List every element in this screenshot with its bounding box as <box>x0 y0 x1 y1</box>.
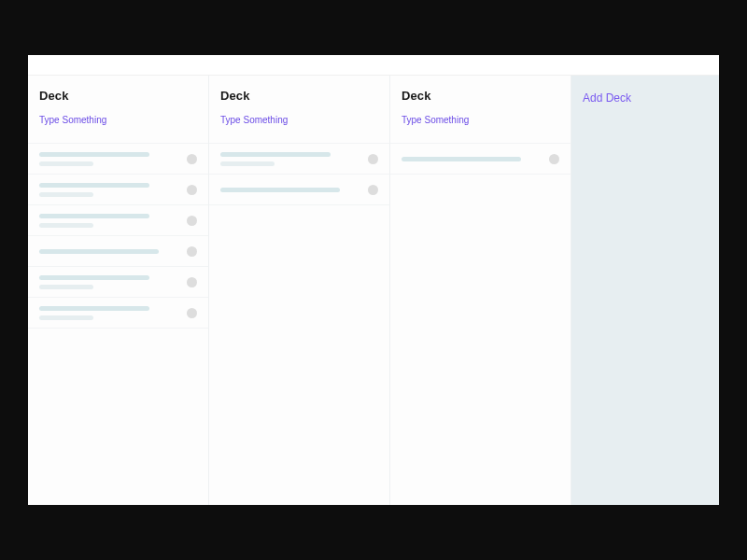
card-placeholder-text <box>39 183 179 197</box>
status-dot-icon <box>549 154 559 164</box>
placeholder-line <box>39 223 93 228</box>
card[interactable] <box>28 297 208 329</box>
new-card-input[interactable] <box>402 115 559 125</box>
status-dot-icon <box>187 185 197 195</box>
deck-column: Deck <box>209 76 390 505</box>
card-placeholder-text <box>39 152 179 166</box>
placeholder-line <box>220 161 275 166</box>
placeholder-line <box>402 157 521 161</box>
deck-title: Deck <box>39 89 197 103</box>
placeholder-line <box>39 183 149 188</box>
status-dot-icon <box>187 277 197 287</box>
card-placeholder-text <box>220 152 360 166</box>
deck-title: Deck <box>220 89 378 103</box>
placeholder-line <box>220 152 331 157</box>
card[interactable] <box>209 143 389 175</box>
placeholder-line <box>39 306 149 311</box>
card-list <box>390 144 571 175</box>
deck-header: Deck <box>390 76 571 110</box>
placeholder-line <box>39 285 93 289</box>
placeholder-line <box>39 275 149 280</box>
deck-title: Deck <box>402 89 559 103</box>
app-window: Deck <box>28 55 719 505</box>
placeholder-line <box>39 152 149 157</box>
card[interactable] <box>28 204 208 236</box>
card[interactable] <box>28 235 208 267</box>
titlebar <box>28 55 719 76</box>
deck-column: Deck <box>28 76 209 505</box>
card-placeholder-text <box>402 157 542 161</box>
card-list <box>28 144 208 329</box>
status-dot-icon <box>368 154 378 164</box>
add-deck-label: Add Deck <box>583 91 631 105</box>
card-placeholder-text <box>39 214 179 228</box>
placeholder-line <box>39 192 93 197</box>
status-dot-icon <box>187 246 197 257</box>
new-card-input[interactable] <box>39 115 197 125</box>
status-dot-icon <box>187 216 197 226</box>
placeholder-line <box>220 188 340 192</box>
status-dot-icon <box>187 308 197 318</box>
placeholder-line <box>39 315 93 320</box>
card-placeholder-text <box>39 249 179 254</box>
card[interactable] <box>28 266 208 298</box>
deck-header: Deck <box>209 76 389 110</box>
status-dot-icon <box>368 185 378 195</box>
card[interactable] <box>28 174 208 205</box>
deck-input-row <box>390 110 571 144</box>
placeholder-line <box>39 214 149 218</box>
card-placeholder-text <box>39 306 179 320</box>
deck-header: Deck <box>28 76 208 110</box>
card-placeholder-text <box>220 188 360 192</box>
deck-column: Deck <box>390 76 571 505</box>
card-list <box>209 144 389 205</box>
placeholder-line <box>39 161 93 166</box>
new-card-input[interactable] <box>220 115 378 125</box>
card[interactable] <box>390 143 571 175</box>
board: Deck <box>28 76 719 505</box>
card[interactable] <box>209 174 389 205</box>
deck-input-row <box>28 110 208 144</box>
add-deck-panel[interactable]: Add Deck <box>571 76 719 505</box>
placeholder-line <box>39 249 159 254</box>
status-dot-icon <box>187 154 197 164</box>
card-placeholder-text <box>39 275 179 289</box>
deck-input-row <box>209 110 389 144</box>
card[interactable] <box>28 143 208 175</box>
